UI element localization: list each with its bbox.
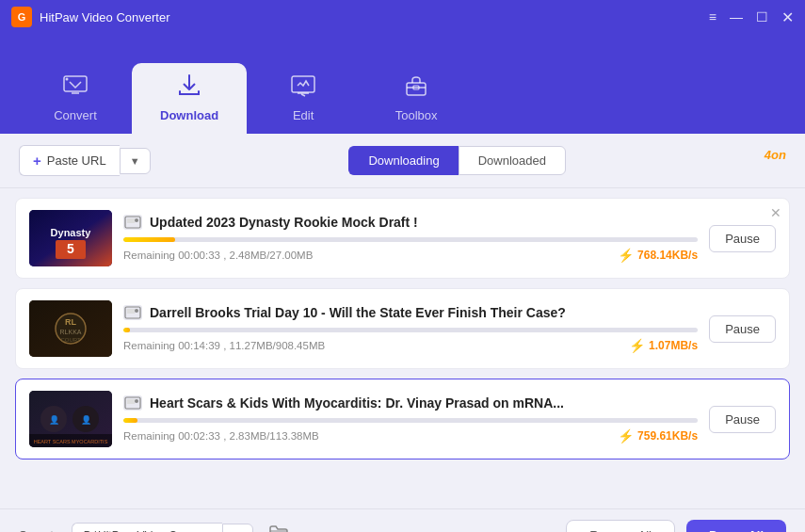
tab-download[interactable]: Download: [132, 63, 247, 134]
item-title: Darrell Brooks Trial Day 10 - Will the S…: [150, 305, 566, 320]
progress-bar-bg: [123, 418, 698, 423]
svg-text:HEART SCARS MYOCARDITIS: HEART SCARS MYOCARDITIS: [34, 439, 108, 444]
item-remaining: Remaining 00:00:33 , 2.48MB/27.00MB: [123, 250, 313, 261]
tab-convert-label: Convert: [54, 108, 97, 122]
download-item: RL RLKKA COURT Darrell Brooks Trial Day …: [15, 288, 790, 369]
paste-url-group: + Paste URL ▼: [19, 145, 151, 176]
item-remaining: Remaining 00:02:33 , 2.83MB/113.38MB: [123, 430, 319, 442]
paste-url-dropdown-button[interactable]: ▼: [120, 148, 151, 174]
tab-convert[interactable]: Convert: [19, 65, 132, 134]
download-item: Dynasty 5 Updated 2023 Dynasty Rookie Mo…: [15, 198, 790, 279]
svg-point-1: [66, 78, 69, 81]
close-button[interactable]: ✕: [781, 8, 794, 26]
window-controls: ≡ — ☐ ✕: [709, 8, 794, 26]
svg-point-29: [135, 399, 138, 403]
item-actions: Pause: [709, 225, 776, 252]
minimize-button[interactable]: —: [730, 9, 743, 24]
pause-button[interactable]: Pause: [709, 315, 776, 343]
item-actions: Pause: [709, 315, 776, 343]
nav-bar: Convert Download Edit: [0, 34, 805, 134]
tab-toolbox-label: Toolbox: [395, 108, 438, 122]
toolbar: + Paste URL ▼ Downloading Downloaded 4on: [0, 134, 805, 188]
svg-rect-2: [292, 76, 314, 92]
item-speed: ⚡ 759.61KB/s: [618, 428, 698, 443]
svg-text:Dynasty: Dynasty: [51, 227, 92, 238]
item-thumbnail: RL RLKKA COURT: [29, 300, 112, 357]
paste-url-label: Paste URL: [47, 153, 106, 168]
open-folder-button[interactable]: [268, 524, 289, 532]
fon-badge: 4on: [765, 148, 786, 172]
close-item-button[interactable]: ✕: [770, 206, 781, 219]
progress-bar-fill: [123, 328, 130, 332]
speed-icon: ⚡: [629, 338, 645, 353]
app-logo: G: [11, 7, 32, 27]
fon-text: on: [771, 148, 786, 162]
tab-toolbox[interactable]: Toolbox: [360, 65, 473, 134]
item-actions: Pause: [709, 406, 776, 433]
save-path-dropdown-button[interactable]: ▼: [222, 524, 253, 533]
save-path-display: D:\HitPaw Video Conve...: [72, 523, 222, 533]
item-header: Updated 2023 Dynasty Rookie Mock Draft !: [123, 215, 698, 230]
item-header: Darrell Brooks Trial Day 10 - Will the S…: [123, 305, 698, 320]
speed-icon: ⚡: [618, 248, 634, 263]
svg-text:👤: 👤: [49, 414, 60, 426]
pause-button[interactable]: Pause: [709, 225, 776, 252]
item-meta: Remaining 00:00:33 , 2.48MB/27.00MB ⚡ 76…: [123, 248, 698, 263]
save-to-area: Save to: D:\HitPaw Video Conve... ▼: [19, 523, 289, 533]
progress-bar-bg: [123, 237, 698, 242]
item-title: Heart Scars & Kids With Myocarditis: Dr.…: [150, 395, 564, 411]
item-type-icon: [123, 215, 142, 230]
save-to-label: Save to:: [19, 528, 64, 532]
svg-text:COURT: COURT: [60, 337, 81, 343]
svg-text:👤: 👤: [81, 414, 92, 426]
save-path-group: D:\HitPaw Video Conve... ▼: [72, 523, 253, 533]
tab-download-label: Download: [160, 108, 218, 122]
item-type-icon: [123, 305, 142, 320]
item-thumbnail: 👤 👤 HEART SCARS MYOCARDITIS: [29, 391, 112, 447]
toolbox-icon: [403, 74, 429, 103]
item-remaining: Remaining 00:14:39 , 11.27MB/908.45MB: [123, 340, 325, 351]
pause-all-button[interactable]: Pause All: [686, 520, 786, 532]
svg-text:RLKKA: RLKKA: [60, 329, 82, 335]
svg-rect-10: [127, 218, 135, 223]
hamburger-menu-button[interactable]: ≡: [709, 9, 716, 24]
maximize-button[interactable]: ☐: [756, 9, 768, 24]
item-details: Updated 2023 Dynasty Rookie Mock Draft !…: [123, 215, 698, 263]
downloads-list: Dynasty 5 Updated 2023 Dynasty Rookie Mo…: [0, 188, 805, 508]
svg-text:RL: RL: [65, 317, 76, 327]
item-details: Darrell Brooks Trial Day 10 - Will the S…: [123, 305, 698, 353]
download-item: 👤 👤 HEART SCARS MYOCARDITIS Heart Scars …: [15, 379, 790, 459]
edit-icon: [290, 74, 316, 103]
footer: Save to: D:\HitPaw Video Conve... ▼ Resu…: [0, 508, 805, 532]
paste-url-button[interactable]: + Paste URL: [19, 145, 120, 176]
speed-icon: ⚡: [618, 428, 634, 443]
app-title: HitPaw Video Converter: [40, 10, 709, 24]
progress-bar-fill: [123, 418, 137, 423]
downloaded-tab[interactable]: Downloaded: [459, 146, 566, 175]
item-thumbnail: Dynasty 5: [29, 210, 112, 266]
download-filter-tabs: Downloading Downloaded: [348, 146, 565, 175]
fon-number: 4: [765, 148, 771, 162]
plus-icon: +: [33, 153, 41, 169]
item-title: Updated 2023 Dynasty Rookie Mock Draft !: [150, 215, 418, 230]
item-details: Heart Scars & Kids With Myocarditis: Dr.…: [123, 395, 698, 443]
resume-all-button[interactable]: Resume All: [566, 520, 675, 532]
svg-rect-18: [127, 309, 135, 314]
pause-button[interactable]: Pause: [709, 406, 776, 433]
item-type-icon: [123, 395, 142, 411]
title-bar: G HitPaw Video Converter ≡ — ☐ ✕: [0, 0, 805, 34]
item-header: Heart Scars & Kids With Myocarditis: Dr.…: [123, 395, 698, 411]
svg-text:5: 5: [67, 241, 74, 256]
item-speed: ⚡ 768.14KB/s: [618, 248, 698, 263]
item-meta: Remaining 00:14:39 , 11.27MB/908.45MB ⚡ …: [123, 338, 698, 353]
progress-bar-fill: [123, 237, 175, 242]
item-meta: Remaining 00:02:33 , 2.83MB/113.38MB ⚡ 7…: [123, 428, 698, 443]
downloading-tab[interactable]: Downloading: [348, 146, 458, 175]
item-speed: ⚡ 1.07MB/s: [629, 338, 698, 353]
svg-rect-28: [127, 399, 135, 404]
svg-point-11: [135, 218, 138, 222]
tab-edit[interactable]: Edit: [247, 65, 360, 134]
progress-bar-bg: [123, 328, 698, 332]
svg-point-19: [135, 309, 138, 313]
footer-actions: Resume All Pause All: [566, 520, 786, 532]
